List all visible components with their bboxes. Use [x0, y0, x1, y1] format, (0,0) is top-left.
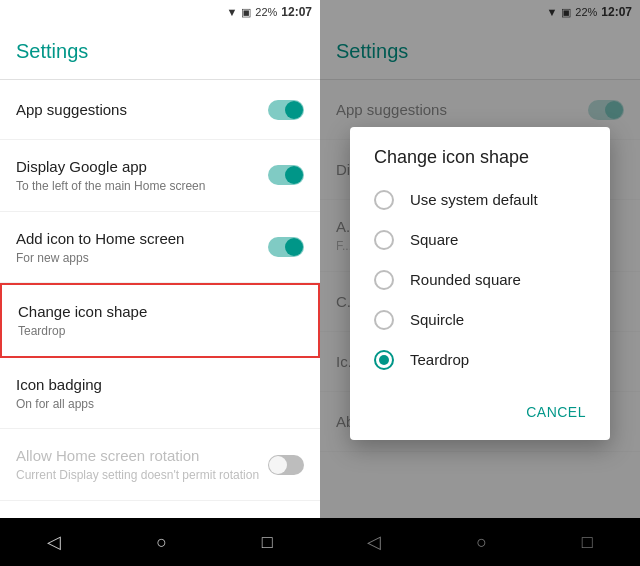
- home-button-left[interactable]: ○: [156, 532, 167, 553]
- settings-list-left: App suggestions Display Google app To th…: [0, 80, 320, 518]
- item-title: Display Google app: [16, 156, 268, 177]
- radio-circle-teardrop: [374, 350, 394, 370]
- nav-bar-left: ◁ ○ □: [0, 518, 320, 566]
- page-title-left: Settings: [16, 40, 304, 63]
- item-text: Icon badging On for all apps: [16, 374, 304, 413]
- item-subtitle: To the left of the main Home screen: [16, 179, 268, 195]
- signal-icon: ▼: [226, 6, 237, 18]
- settings-item-icon-badging[interactable]: Icon badging On for all apps: [0, 358, 320, 430]
- battery-text: 22%: [255, 6, 277, 18]
- radio-circle-squircle: [374, 310, 394, 330]
- item-title: App suggestions: [16, 99, 268, 120]
- dialog-actions: CANCEL: [350, 388, 610, 440]
- item-text: Allow Home screen rotation Current Displ…: [16, 445, 268, 484]
- radio-circle-rounded-square: [374, 270, 394, 290]
- item-title: Icon badging: [16, 374, 304, 395]
- dialog-options: Use system default Square Rounded square…: [350, 180, 610, 388]
- radio-label-rounded-square: Rounded square: [410, 271, 521, 288]
- right-screen: ▼ ▣ 22% 12:07 Settings App suggestions D…: [320, 0, 640, 566]
- radio-circle-system-default: [374, 190, 394, 210]
- recents-button-left[interactable]: □: [262, 532, 273, 553]
- change-icon-shape-dialog: Change icon shape Use system default Squ…: [350, 127, 610, 440]
- back-button-left[interactable]: ◁: [47, 531, 61, 553]
- radio-label-squircle: Squircle: [410, 311, 464, 328]
- item-subtitle: For new apps: [16, 251, 268, 267]
- cancel-button[interactable]: CANCEL: [518, 396, 594, 428]
- radio-squircle[interactable]: Squircle: [350, 300, 610, 340]
- settings-item-display-google[interactable]: Display Google app To the left of the ma…: [0, 140, 320, 212]
- radio-square[interactable]: Square: [350, 220, 610, 260]
- item-title: Allow Home screen rotation: [16, 445, 268, 466]
- radio-teardrop[interactable]: Teardrop: [350, 340, 610, 380]
- radio-use-system-default[interactable]: Use system default: [350, 180, 610, 220]
- settings-item-change-icon-shape[interactable]: Change icon shape Teardrop: [0, 283, 320, 358]
- toggle-display-google[interactable]: [268, 165, 304, 185]
- radio-rounded-square[interactable]: Rounded square: [350, 260, 610, 300]
- dialog-title: Change icon shape: [350, 127, 610, 180]
- item-subtitle: Teardrop: [18, 324, 302, 340]
- settings-item-add-icon[interactable]: Add icon to Home screen For new apps: [0, 212, 320, 284]
- item-title: Change icon shape: [18, 301, 302, 322]
- toggle-add-icon[interactable]: [268, 237, 304, 257]
- left-screen: ▼ ▣ 22% 12:07 Settings App suggestions D…: [0, 0, 320, 566]
- status-bar-left: ▼ ▣ 22% 12:07: [0, 0, 320, 24]
- radio-label-teardrop: Teardrop: [410, 351, 469, 368]
- toggle-app-suggestions[interactable]: [268, 100, 304, 120]
- radio-circle-square: [374, 230, 394, 250]
- dialog-overlay: Change icon shape Use system default Squ…: [320, 0, 640, 566]
- toolbar-left: Settings: [0, 24, 320, 80]
- radio-label-square: Square: [410, 231, 458, 248]
- item-text: App suggestions: [16, 99, 268, 120]
- item-text: Display Google app To the left of the ma…: [16, 156, 268, 195]
- radio-label-system-default: Use system default: [410, 191, 538, 208]
- item-text: Change icon shape Teardrop: [18, 301, 302, 340]
- settings-item-app-suggestions[interactable]: App suggestions: [0, 80, 320, 140]
- settings-item-rotation: Allow Home screen rotation Current Displ…: [0, 429, 320, 501]
- item-title: Add icon to Home screen: [16, 228, 268, 249]
- time-left: 12:07: [281, 5, 312, 19]
- item-text: Add icon to Home screen For new apps: [16, 228, 268, 267]
- item-subtitle: On for all apps: [16, 397, 304, 413]
- toggle-rotation: [268, 455, 304, 475]
- item-subtitle: Current Display setting doesn't permit r…: [16, 468, 268, 484]
- sim-icon: ▣: [241, 6, 251, 19]
- settings-item-about[interactable]: About: [0, 501, 320, 518]
